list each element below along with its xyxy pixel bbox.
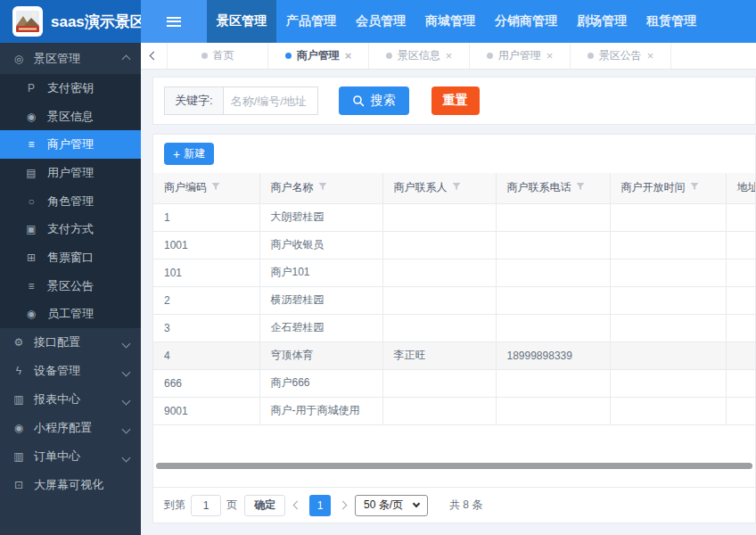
horizontal-scrollbar[interactable] [156,463,752,469]
sidebar-section[interactable]: ⚙接口配置 [0,328,141,357]
reset-button[interactable]: 重置 [431,86,480,115]
filter-icon[interactable] [576,181,585,193]
tab[interactable]: 首页 [168,43,268,69]
table-cell: 商户101 [259,259,382,286]
sidebar-item[interactable]: ◉员工管理 [0,300,141,329]
sidebar-item[interactable]: ◉景区信息 [0,103,141,131]
tab[interactable]: 商户管理× [268,43,369,69]
table-row: 2横沥碧桂园 [153,286,755,314]
table-cell [726,259,755,286]
filter-icon[interactable] [318,181,327,193]
sidebar-section[interactable]: ϟ设备管理 [0,357,141,385]
page-size-select[interactable]: 50 条/页 [355,495,428,516]
bolt-icon: ϟ [12,365,26,377]
close-icon[interactable]: × [647,50,654,62]
table-cell [496,397,610,424]
table-row: 1001商户收银员 [153,231,755,259]
top-nav-item[interactable]: 景区管理 [207,0,276,43]
table-header-row: 商户编码商户名称商户联系人商户联系电话商户开放时间地址 [153,173,755,203]
sidebar-group-scenic-management[interactable]: ◎ 景区管理 [0,43,141,74]
top-nav-item[interactable]: 租赁管理 [637,0,706,43]
tab-dot [487,53,493,59]
sidebar-item[interactable]: ▣支付方式 [0,215,141,243]
sidebar-item[interactable]: ⊞售票窗口 [0,243,141,272]
column-header-label: 商户联系人 [394,181,448,193]
keyword-label: 关键字: [164,86,223,115]
top-nav-item[interactable]: 会员管理 [346,0,415,43]
goto-confirm-button[interactable]: 确定 [244,495,285,516]
table-cell [726,231,755,259]
sidebar-item[interactable]: ≡景区公告 [0,272,141,300]
sidebar-item-label: 用户管理 [47,165,94,181]
close-icon[interactable]: × [546,50,554,62]
top-nav-item[interactable]: 商城管理 [415,0,485,43]
list-icon: ≡ [24,138,38,151]
sidebar-toggle-button[interactable] [141,0,207,43]
table-row: 9001商户-用于商城使用 [153,397,755,424]
brand-area: saas演示景区 [0,0,141,43]
table-cell: 1 [153,203,259,231]
sidebar-section[interactable]: ⊡大屏幕可视化 [0,471,141,499]
table-cell [726,397,755,424]
merchant-table: 商户编码商户名称商户联系人商户联系电话商户开放时间地址 1大朗碧桂园1001商户… [153,173,755,425]
location-icon: ◎ [12,53,26,65]
monitor-icon: ⊡ [12,479,26,491]
tab-dot [285,53,292,59]
table-cell: 大朗碧桂园 [259,203,382,231]
next-page-button[interactable] [340,502,346,508]
sidebar-item-label: 支付密钥 [47,80,94,96]
table-cell: 企石碧桂园 [259,314,382,342]
filter-icon[interactable] [452,181,461,193]
sidebar-item[interactable]: ≡商户管理 [0,130,141,159]
top-nav: 景区管理产品管理会员管理商城管理分销商管理剧场管理租赁管理 [207,0,706,43]
table-cell [496,231,610,259]
tab-label: 景区公告 [599,48,642,63]
list-icon: ≡ [24,280,38,292]
table-cell: 李正旺 [382,342,496,369]
tab[interactable]: 景区信息× [369,43,470,69]
sidebar-section[interactable]: ◉小程序配置 [0,414,141,442]
close-icon[interactable]: × [345,50,352,62]
top-nav-item[interactable]: 产品管理 [276,0,346,43]
tab-bar: 首页商户管理×景区信息×用户管理×景区公告× [141,43,756,70]
top-nav-item[interactable]: 剧场管理 [567,0,637,43]
tab-label: 商户管理 [297,48,340,63]
search-button-label: 搜索 [371,93,396,109]
filter-icon[interactable] [690,181,699,193]
chart-icon: ▥ [12,393,26,406]
table-cell [726,314,755,342]
new-merchant-button[interactable]: + 新建 [164,143,214,165]
sidebar-item[interactable]: ○角色管理 [0,187,141,216]
tab-dot [386,53,392,59]
goto-page-input[interactable] [191,495,221,516]
prev-page-button[interactable] [294,502,300,508]
table-cell [496,286,610,314]
merchant-table-card: + 新建 商户编码商户名称商户联系人商户联系电话商户开放时间地址 1大朗碧桂园1… [152,134,756,523]
top-nav-item[interactable]: 分销商管理 [485,0,567,43]
table-cell [610,286,726,314]
filter-icon[interactable] [211,181,220,193]
app-logo [12,6,43,37]
sidebar-item[interactable]: ▤用户管理 [0,159,141,187]
tab[interactable]: 用户管理× [470,43,571,69]
chevron-down-icon [413,500,420,507]
sidebar-section[interactable]: ▥订单中心 [0,442,141,471]
sidebar-section-label: 报表中心 [34,391,80,407]
column-header: 地址 [726,173,755,203]
sidebar-item[interactable]: P支付密钥 [0,74,141,103]
chevron-down-icon [123,393,129,407]
sidebar-section[interactable]: ▥报表中心 [0,385,141,414]
table-toolbar: + 新建 [153,135,755,173]
tab[interactable]: 景区公告× [571,43,671,69]
sidebar-submenu: P支付密钥◉景区信息≡商户管理▤用户管理○角色管理▣支付方式⊞售票窗口≡景区公告… [0,74,141,328]
table-cell: 商户收银员 [259,231,382,259]
close-icon[interactable]: × [446,50,453,62]
current-page-button[interactable]: 1 [309,495,331,516]
tabs-scroll-left-button[interactable] [141,43,168,69]
new-button-label: 新建 [184,146,205,161]
column-header: 商户开放时间 [610,173,726,203]
table-cell [726,342,755,369]
search-button[interactable]: 搜索 [339,86,409,115]
keyword-input[interactable] [223,86,318,115]
table-cell [726,286,755,314]
